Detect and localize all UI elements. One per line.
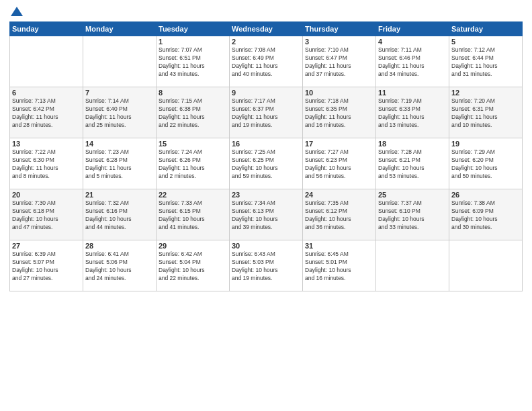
day-info: Sunrise: 7:30 AM Sunset: 6:18 PM Dayligh… — [12, 199, 81, 232]
day-info: Sunrise: 7:37 AM Sunset: 6:10 PM Dayligh… — [378, 199, 447, 232]
day-info: Sunrise: 7:35 AM Sunset: 6:12 PM Dayligh… — [305, 199, 373, 232]
day-number: 19 — [451, 140, 520, 148]
calendar-cell: 21Sunrise: 7:32 AM Sunset: 6:16 PM Dayli… — [83, 189, 157, 240]
calendar-cell: 19Sunrise: 7:29 AM Sunset: 6:20 PM Dayli… — [449, 138, 523, 189]
week-row-5: 27Sunrise: 6:39 AM Sunset: 5:07 PM Dayli… — [10, 240, 523, 291]
calendar-cell: 10Sunrise: 7:18 AM Sunset: 6:35 PM Dayli… — [303, 87, 376, 138]
day-number: 3 — [305, 38, 373, 46]
calendar-cell: 14Sunrise: 7:23 AM Sunset: 6:28 PM Dayli… — [83, 138, 157, 189]
week-row-3: 13Sunrise: 7:22 AM Sunset: 6:30 PM Dayli… — [10, 138, 523, 189]
day-number: 21 — [85, 191, 154, 199]
day-number: 20 — [12, 191, 81, 199]
day-info: Sunrise: 7:07 AM Sunset: 6:51 PM Dayligh… — [159, 46, 227, 79]
day-number: 12 — [451, 89, 520, 97]
header-row: SundayMondayTuesdayWednesdayThursdayFrid… — [10, 22, 523, 36]
day-number: 18 — [378, 140, 447, 148]
day-info: Sunrise: 7:24 AM Sunset: 6:26 PM Dayligh… — [159, 148, 227, 181]
day-header-monday: Monday — [83, 22, 157, 36]
calendar-cell: 5Sunrise: 7:12 AM Sunset: 6:44 PM Daylig… — [449, 36, 523, 87]
day-number: 29 — [159, 242, 227, 250]
calendar-cell — [449, 240, 523, 291]
calendar-cell: 28Sunrise: 6:41 AM Sunset: 5:06 PM Dayli… — [83, 240, 157, 291]
week-row-2: 6Sunrise: 7:13 AM Sunset: 6:42 PM Daylig… — [10, 87, 523, 138]
calendar-cell: 18Sunrise: 7:28 AM Sunset: 6:21 PM Dayli… — [376, 138, 449, 189]
day-number: 17 — [305, 140, 373, 148]
calendar-cell: 7Sunrise: 7:14 AM Sunset: 6:40 PM Daylig… — [83, 87, 157, 138]
day-header-friday: Friday — [376, 22, 449, 36]
calendar-cell: 6Sunrise: 7:13 AM Sunset: 6:42 PM Daylig… — [10, 87, 83, 138]
week-row-1: 1Sunrise: 7:07 AM Sunset: 6:51 PM Daylig… — [10, 36, 523, 87]
day-info: Sunrise: 7:12 AM Sunset: 6:44 PM Dayligh… — [451, 46, 520, 79]
calendar-cell: 22Sunrise: 7:33 AM Sunset: 6:15 PM Dayli… — [157, 189, 230, 240]
day-info: Sunrise: 7:19 AM Sunset: 6:33 PM Dayligh… — [378, 97, 447, 130]
day-number: 7 — [85, 89, 154, 97]
day-number: 14 — [85, 140, 154, 148]
day-number: 8 — [159, 89, 227, 97]
calendar-cell: 25Sunrise: 7:37 AM Sunset: 6:10 PM Dayli… — [376, 189, 449, 240]
calendar-cell: 4Sunrise: 7:11 AM Sunset: 6:46 PM Daylig… — [376, 36, 449, 87]
day-info: Sunrise: 7:38 AM Sunset: 6:09 PM Dayligh… — [451, 199, 520, 232]
day-number: 13 — [12, 140, 81, 148]
calendar-cell: 30Sunrise: 6:43 AM Sunset: 5:03 PM Dayli… — [230, 240, 303, 291]
day-info: Sunrise: 7:23 AM Sunset: 6:28 PM Dayligh… — [85, 148, 154, 181]
day-number: 22 — [159, 191, 227, 199]
svg-marker-0 — [11, 7, 23, 16]
day-info: Sunrise: 7:17 AM Sunset: 6:37 PM Dayligh… — [232, 97, 300, 130]
day-number: 23 — [232, 191, 300, 199]
day-header-saturday: Saturday — [449, 22, 523, 36]
day-number: 9 — [232, 89, 300, 97]
calendar-cell: 13Sunrise: 7:22 AM Sunset: 6:30 PM Dayli… — [10, 138, 83, 189]
day-info: Sunrise: 6:39 AM Sunset: 5:07 PM Dayligh… — [12, 250, 81, 283]
calendar-cell: 16Sunrise: 7:25 AM Sunset: 6:25 PM Dayli… — [230, 138, 303, 189]
day-number: 16 — [232, 140, 300, 148]
day-number: 26 — [451, 191, 520, 199]
calendar-cell: 29Sunrise: 6:42 AM Sunset: 5:04 PM Dayli… — [157, 240, 230, 291]
day-info: Sunrise: 7:33 AM Sunset: 6:15 PM Dayligh… — [159, 199, 227, 232]
day-info: Sunrise: 7:10 AM Sunset: 6:47 PM Dayligh… — [305, 46, 373, 79]
day-info: Sunrise: 7:32 AM Sunset: 6:16 PM Dayligh… — [85, 199, 154, 232]
day-info: Sunrise: 7:28 AM Sunset: 6:21 PM Dayligh… — [378, 148, 447, 181]
header — [9, 7, 523, 17]
day-info: Sunrise: 6:43 AM Sunset: 5:03 PM Dayligh… — [232, 250, 300, 283]
day-number: 25 — [378, 191, 447, 199]
logo — [9, 7, 23, 17]
page: SundayMondayTuesdayWednesdayThursdayFrid… — [0, 0, 532, 411]
calendar-cell: 3Sunrise: 7:10 AM Sunset: 6:47 PM Daylig… — [303, 36, 376, 87]
day-number: 5 — [451, 38, 520, 46]
calendar-cell — [10, 36, 83, 87]
calendar-cell: 31Sunrise: 6:45 AM Sunset: 5:01 PM Dayli… — [303, 240, 376, 291]
day-number: 15 — [159, 140, 227, 148]
day-number: 10 — [305, 89, 373, 97]
day-info: Sunrise: 7:20 AM Sunset: 6:31 PM Dayligh… — [451, 97, 520, 130]
day-info: Sunrise: 7:14 AM Sunset: 6:40 PM Dayligh… — [85, 97, 154, 130]
day-info: Sunrise: 7:29 AM Sunset: 6:20 PM Dayligh… — [451, 148, 520, 181]
calendar-table: SundayMondayTuesdayWednesdayThursdayFrid… — [9, 21, 523, 291]
calendar-cell: 15Sunrise: 7:24 AM Sunset: 6:26 PM Dayli… — [157, 138, 230, 189]
calendar-cell: 26Sunrise: 7:38 AM Sunset: 6:09 PM Dayli… — [449, 189, 523, 240]
day-info: Sunrise: 6:42 AM Sunset: 5:04 PM Dayligh… — [159, 250, 227, 283]
day-number: 1 — [159, 38, 227, 46]
day-number: 4 — [378, 38, 447, 46]
calendar-cell: 24Sunrise: 7:35 AM Sunset: 6:12 PM Dayli… — [303, 189, 376, 240]
day-info: Sunrise: 7:13 AM Sunset: 6:42 PM Dayligh… — [12, 97, 81, 130]
calendar-cell: 17Sunrise: 7:27 AM Sunset: 6:23 PM Dayli… — [303, 138, 376, 189]
day-info: Sunrise: 6:41 AM Sunset: 5:06 PM Dayligh… — [85, 250, 154, 283]
day-number: 27 — [12, 242, 81, 250]
day-number: 11 — [378, 89, 447, 97]
day-info: Sunrise: 7:25 AM Sunset: 6:25 PM Dayligh… — [232, 148, 300, 181]
day-info: Sunrise: 6:45 AM Sunset: 5:01 PM Dayligh… — [305, 250, 373, 283]
logo-icon — [11, 5, 23, 17]
calendar-cell: 11Sunrise: 7:19 AM Sunset: 6:33 PM Dayli… — [376, 87, 449, 138]
day-info: Sunrise: 7:15 AM Sunset: 6:38 PM Dayligh… — [159, 97, 227, 130]
calendar-cell: 9Sunrise: 7:17 AM Sunset: 6:37 PM Daylig… — [230, 87, 303, 138]
calendar-cell: 2Sunrise: 7:08 AM Sunset: 6:49 PM Daylig… — [230, 36, 303, 87]
calendar-cell: 23Sunrise: 7:34 AM Sunset: 6:13 PM Dayli… — [230, 189, 303, 240]
day-number: 28 — [85, 242, 154, 250]
day-number: 30 — [232, 242, 300, 250]
day-header-tuesday: Tuesday — [157, 22, 230, 36]
day-number: 31 — [305, 242, 373, 250]
day-number: 6 — [12, 89, 81, 97]
calendar-cell: 27Sunrise: 6:39 AM Sunset: 5:07 PM Dayli… — [10, 240, 83, 291]
day-info: Sunrise: 7:11 AM Sunset: 6:46 PM Dayligh… — [378, 46, 447, 79]
day-header-wednesday: Wednesday — [230, 22, 303, 36]
